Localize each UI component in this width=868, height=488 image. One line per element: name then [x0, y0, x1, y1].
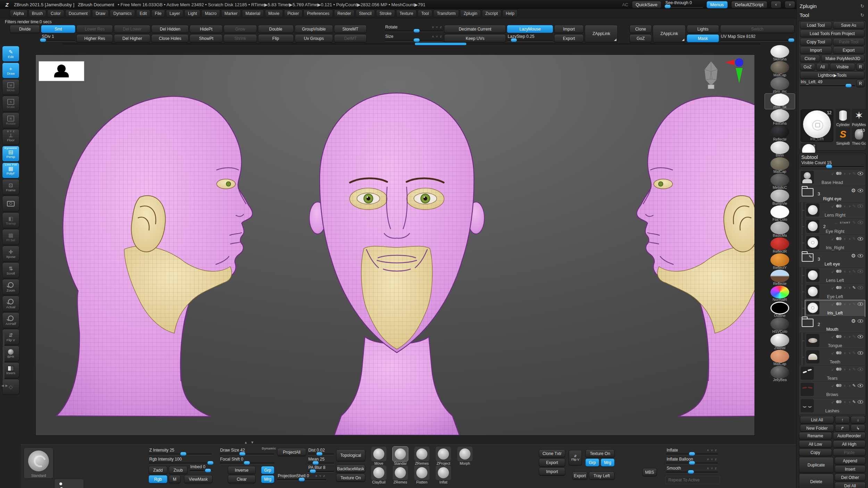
left-tool-polyf[interactable]: Line Fill▦PolyF	[2, 162, 19, 178]
left-tool-rotate[interactable]: RRotate	[2, 112, 19, 128]
pa-blur-slider[interactable]: PA Blur 8	[308, 465, 334, 473]
material-skinsha[interactable]: SkinSha	[765, 45, 795, 61]
paint-icon[interactable]: ✎	[852, 399, 856, 404]
visibility-icon[interactable]	[858, 270, 863, 273]
menu-dynamics[interactable]: Dynamics	[110, 10, 135, 17]
append-button[interactable]: Append	[835, 457, 866, 464]
menu-stencil[interactable]: Stencil	[356, 10, 375, 17]
ghost-icon[interactable]: ◐	[844, 171, 846, 176]
mean-slider[interactable]: Mean 25	[308, 457, 334, 465]
material-outline[interactable]: Outline	[765, 302, 795, 318]
subtool-header[interactable]: Subtool	[799, 153, 866, 160]
tool-cylinder[interactable]: Cylinder	[835, 109, 851, 127]
left-tool-scroll[interactable]: ⇅Scroll	[2, 262, 19, 278]
material-matcap[interactable]: MatCap	[765, 157, 795, 173]
brush-inflat[interactable]: Inflat	[433, 465, 454, 484]
tool-reset-icon[interactable]: ↻	[860, 12, 864, 18]
r2-button[interactable]: R	[856, 80, 865, 87]
visibility-icon[interactable]	[858, 302, 863, 306]
list-all-button[interactable]: List All	[800, 416, 834, 423]
shelf-zapplink[interactable]: ZAppLink◢	[585, 25, 618, 42]
paint-icon[interactable]: ✎	[852, 302, 856, 306]
ghost-icon[interactable]: ◐	[844, 302, 846, 306]
ghost-icon[interactable]: ◐	[844, 399, 846, 404]
difference-icon[interactable]: ◑	[848, 302, 851, 306]
tool-header[interactable]: Tool ↻	[800, 11, 864, 19]
paint-icon[interactable]: ✎	[852, 236, 856, 241]
menu-tool[interactable]: Tool	[418, 10, 432, 17]
menu-zscript[interactable]: Zscript	[482, 10, 501, 17]
rename-button[interactable]: Rename	[799, 432, 832, 439]
left-scroll-arrows[interactable]: ◀ ▶	[1, 384, 8, 387]
left-tool-transp[interactable]: ◧Transp	[2, 212, 19, 228]
visibility-icon[interactable]	[858, 254, 863, 258]
left-tool-edit[interactable]: ✎Edit	[2, 46, 19, 62]
lightbox-tools-button[interactable]: Lightbox▶Tools	[800, 71, 865, 79]
new-folder-button[interactable]: New Folder	[800, 424, 834, 432]
focal-shift-slider[interactable]: Focal Shift 0	[219, 457, 274, 465]
difference-icon[interactable]: ◑	[848, 383, 851, 388]
difference-icon[interactable]: ◑	[848, 285, 851, 290]
polypaint-icon[interactable]	[836, 368, 842, 371]
load-tools-from-project-button[interactable]: Load Tools From Project	[800, 30, 865, 37]
subtool-eye-left[interactable]: ↙◐◑✎Eye Left	[805, 284, 865, 300]
left-tool-aahalf[interactable]: AAHalf	[2, 312, 19, 328]
insert-button[interactable]: Insert	[835, 465, 866, 473]
move-out-folder-icon[interactable]: ↱	[835, 424, 850, 432]
material-jellybea[interactable]: JellyBea	[765, 366, 795, 382]
shelf-import[interactable]: Import	[554, 25, 584, 33]
paint-icon[interactable]: ✎	[852, 367, 856, 372]
export2-button[interactable]: Export	[572, 472, 587, 480]
menu-material[interactable]: Material	[242, 10, 264, 17]
menu-layer[interactable]: Layer	[166, 10, 183, 17]
shelf-decimate-current[interactable]: Decimate Current	[444, 25, 506, 33]
brush-claybuil[interactable]: ClayBuil	[368, 465, 390, 484]
menu-stroke[interactable]: Stroke	[376, 10, 395, 17]
shelf-del-higher[interactable]: Del Higher	[114, 34, 150, 42]
difference-icon[interactable]: ◑	[848, 236, 851, 241]
shelf-groupvisible[interactable]: GroupVisible	[295, 25, 333, 33]
all-high-button[interactable]: All High	[833, 440, 866, 448]
canvas-scroll-arrows[interactable]: ▲ ▼	[244, 440, 255, 444]
axis-gizmo[interactable]	[723, 57, 745, 86]
polypaint-icon[interactable]	[836, 335, 842, 338]
left-tool-scale[interactable]: SScale	[2, 96, 19, 112]
clone-button[interactable]: Clone	[800, 55, 820, 62]
subtool-tears[interactable]: ↙◐◑✎Tears	[800, 365, 865, 382]
alpha-preview[interactable]	[39, 61, 84, 81]
sculpt-canvas[interactable]	[36, 55, 754, 435]
difference-icon[interactable]: ◑	[848, 204, 851, 209]
menu-light[interactable]: Light	[184, 10, 200, 17]
gear-icon[interactable]: ⚙	[851, 253, 856, 259]
subtool-tongue[interactable]: ↙◐◑✎Tongue	[805, 333, 865, 349]
material-reflecte[interactable]: Reflecte	[765, 270, 795, 286]
copy-button[interactable]: Copy	[799, 449, 832, 456]
subtool-lens-right[interactable]: ↙◐◑✎Lens Right	[805, 202, 865, 219]
material-reflectr[interactable]: ReflectR	[765, 237, 795, 253]
left-tool-flip-v[interactable]: ⇵Flip V	[2, 329, 19, 345]
subtool-iris-left[interactable]: ↙◐◑✎Iris_Left	[805, 300, 865, 317]
goz-button[interactable]: GoZ	[800, 63, 815, 70]
shelf-clone[interactable]: Clone	[629, 25, 651, 33]
viewport[interactable]: ▲ ▼	[35, 54, 755, 436]
left-tool-x[interactable]	[2, 196, 19, 212]
delete-button[interactable]: Delete	[799, 474, 834, 488]
current-stroke-thumbnail[interactable]: Dots	[54, 479, 84, 488]
active-tool-slider[interactable]: Iris_Left. 49	[800, 80, 855, 88]
inverse-button[interactable]: Inverse	[228, 466, 256, 474]
del-all-button[interactable]: Del All	[835, 482, 866, 488]
left-scrollbar[interactable]	[3, 333, 5, 382]
left-tool-pt-sel[interactable]: ▩Pt Sel	[2, 229, 19, 245]
brush-zproject[interactable]: ZProject	[433, 447, 454, 465]
menu-draw[interactable]: Draw	[92, 10, 109, 17]
slider-rotate[interactable]: RotateX Y Z	[385, 25, 443, 33]
menu-alpha[interactable]: Alpha	[10, 10, 27, 17]
brush-zremes[interactable]: ZRemes	[411, 447, 433, 465]
tray-left-toggle-icon[interactable]: ‹	[771, 1, 781, 8]
all-button[interactable]: All	[816, 63, 829, 70]
left-tool-invers[interactable]: Invers	[2, 362, 19, 378]
brush-move[interactable]: Move	[368, 447, 390, 465]
brush-morph[interactable]: Morph	[454, 447, 476, 465]
inflate-slider[interactable]: InflateX Y Z	[666, 448, 718, 456]
polypaint-icon[interactable]	[836, 400, 842, 404]
